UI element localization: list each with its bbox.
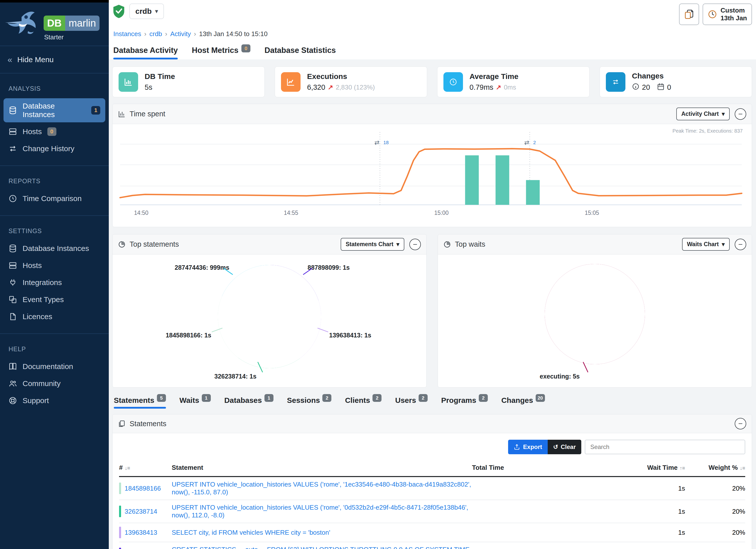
sidebar-item-change-history[interactable]: Change History [4, 141, 105, 156]
tab-sessions[interactable]: Sessions2 [287, 396, 332, 409]
table-row[interactable]: 887898099CREATE STATISTICS __auto__ FROM… [119, 542, 745, 549]
info-count: 20 [642, 83, 650, 91]
sidebar-item-licences[interactable]: Licences [4, 309, 105, 324]
waits-chart-dropdown[interactable]: Waits Chart ▾ [682, 238, 730, 251]
tab-programs[interactable]: Programs2 [441, 396, 488, 409]
breadcrumb-link[interactable]: Instances [113, 30, 141, 38]
donut-label-287474436: 287474436: 999ms [175, 264, 229, 271]
export-icon [514, 444, 520, 450]
weight-value: 20% [685, 508, 745, 515]
sidebar-item-support[interactable]: Support [4, 393, 105, 408]
table-row[interactable]: 326238714UPSERT INTO vehicle_location_hi… [119, 500, 745, 523]
donut-ring[interactable] [545, 264, 645, 364]
statements-table-panel: Statements − Export [112, 414, 752, 549]
people-icon [9, 379, 17, 388]
sidebar-item-label: Event Types [23, 295, 64, 304]
table-row[interactable]: 139638413SELECT city, id FROM vehicles W… [119, 523, 745, 542]
sidebar-item-label: Database Instances [23, 244, 89, 253]
statements-chart-dropdown[interactable]: Statements Chart ▾ [341, 238, 404, 251]
breadcrumb-separator: › [165, 30, 167, 38]
top-statements-panel: Top statements Statements Chart ▾ − 8878… [112, 234, 427, 388]
metric-title: Changes [632, 72, 671, 80]
breadcrumb-separator: › [194, 30, 196, 38]
statement-id-link[interactable]: 139638413 [125, 529, 157, 536]
activity-chart-dropdown[interactable]: Activity Chart ▾ [676, 108, 730, 120]
brand-marlin: marlin [65, 16, 100, 31]
collapse-panel-button[interactable]: − [735, 239, 746, 250]
breadcrumb-link[interactable]: crdb [149, 30, 162, 38]
donut-label-1845898166: 1845898166: 1s [166, 332, 211, 339]
brand-wordmark: DB marlin Starter [44, 16, 100, 41]
table-row[interactable]: 1845898166UPSERT INTO vehicle_location_h… [119, 477, 745, 500]
tab-databases[interactable]: Databases1 [224, 396, 273, 409]
statement-sql-link[interactable]: SELECT city, id FROM vehicles WHERE city… [172, 529, 330, 536]
top-waits-title: Top waits [455, 240, 485, 248]
tab-database-statistics[interactable]: Database Statistics [264, 46, 336, 59]
sidebar-item-community[interactable]: Community [4, 376, 105, 391]
sidebar-item-time-comparison[interactable]: Time Comparison [4, 191, 105, 206]
sidebar-section-title: REPORTS [0, 173, 109, 189]
detail-tab-bar: Statements5Waits1Databases1Sessions2Clie… [112, 394, 752, 409]
statement-sql-link[interactable]: CREATE STATISTICS __auto__ FROM [63] WIT… [172, 546, 469, 549]
col-statement[interactable]: Statement [172, 464, 472, 472]
sidebar-item-event-types[interactable]: Event Types [4, 292, 105, 307]
tab-clients[interactable]: Clients2 [345, 396, 382, 409]
collapse-panel-button[interactable]: − [409, 239, 421, 250]
svg-text:2: 2 [533, 140, 536, 145]
col-weight[interactable]: Weight %↓≡ [685, 464, 745, 472]
col-wait-time[interactable]: Wait Time↑≡ [577, 464, 685, 472]
count-badge: 1 [202, 394, 211, 402]
svg-text:15:00: 15:00 [434, 210, 449, 216]
top-waits-donut[interactable]: executing: 5s [438, 254, 752, 387]
count-badge: 2 [372, 394, 382, 402]
sidebar-item-label: Change History [23, 144, 74, 153]
hide-menu-button[interactable]: « Hide Menu [0, 46, 109, 73]
time-range-button[interactable]: Custom 13th Jan [703, 4, 752, 25]
tab-database-activity[interactable]: Database Activity [113, 46, 178, 59]
sidebar-item-database-instances[interactable]: Database Instances [4, 241, 105, 256]
tab-changes[interactable]: Changes20 [501, 396, 545, 409]
brand-tier: Starter [44, 33, 100, 41]
count-badge: 1 [91, 106, 100, 115]
export-button[interactable]: Export [508, 440, 548, 454]
breadcrumb-link[interactable]: Activity [170, 30, 191, 38]
tab-users[interactable]: Users2 [395, 396, 427, 409]
statement-id-link[interactable]: 326238714 [125, 508, 157, 515]
col-number[interactable]: #↓≡ [119, 464, 172, 472]
export-label: Export [523, 443, 542, 450]
col-total-time[interactable]: Total Time [472, 464, 577, 472]
top-statements-donut[interactable]: 887898099: 1s139638413: 1s326238714: 1s1… [113, 254, 426, 387]
sidebar-item-hosts[interactable]: Hosts [4, 258, 105, 273]
sidebar-item-label: Licences [23, 312, 52, 321]
count-badge: 0 [47, 127, 56, 136]
tab-host-metrics[interactable]: Host Metrics0 [192, 46, 250, 59]
metric-value: 0.79ms [469, 83, 493, 91]
collapse-panel-button[interactable]: − [735, 418, 746, 429]
metric-cards: DB Time5sExecutions6,320↗2,830 (123%)Ave… [112, 66, 752, 97]
clear-button[interactable]: ↺ Clear [548, 440, 581, 454]
donut-ring[interactable] [218, 265, 321, 368]
tab-waits[interactable]: Waits1 [179, 396, 211, 409]
statement-color-bar [119, 548, 121, 549]
metric-card-changes: Changes200 [600, 66, 752, 97]
statement-sql-link[interactable]: UPSERT INTO vehicle_location_histories V… [172, 481, 471, 496]
waits-chart-label: Waits Chart [687, 241, 719, 248]
copy-link-button[interactable] [679, 4, 699, 25]
instance-selector[interactable]: crdb ▾ [129, 4, 164, 19]
sidebar-item-hosts[interactable]: Hosts0 [4, 124, 105, 139]
donut-label-326238714: 326238714: 1s [214, 373, 256, 380]
tab-label: Changes [501, 396, 533, 405]
main-tab-bar: Database ActivityHost Metrics0Database S… [112, 39, 752, 59]
instance-name: crdb [135, 7, 152, 16]
tab-statements[interactable]: Statements5 [114, 396, 166, 409]
brand-logo[interactable]: DB marlin Starter [0, 3, 109, 46]
statement-id-link[interactable]: 1845898166 [125, 485, 161, 492]
statement-sql-link[interactable]: UPSERT INTO vehicle_location_histories V… [172, 504, 468, 519]
activity-chart-label: Activity Chart [681, 111, 719, 117]
sidebar-item-documentation[interactable]: Documentation [4, 359, 105, 374]
sidebar-item-database-instances[interactable]: Database Instances1 [4, 98, 105, 122]
sidebar-item-integrations[interactable]: Integrations [4, 275, 105, 290]
search-input[interactable] [585, 440, 745, 454]
time-spent-chart[interactable]: Peak Time: 2s, Executions: 837 ⇄18⇄214:5… [113, 124, 752, 227]
collapse-panel-button[interactable]: − [735, 108, 746, 120]
